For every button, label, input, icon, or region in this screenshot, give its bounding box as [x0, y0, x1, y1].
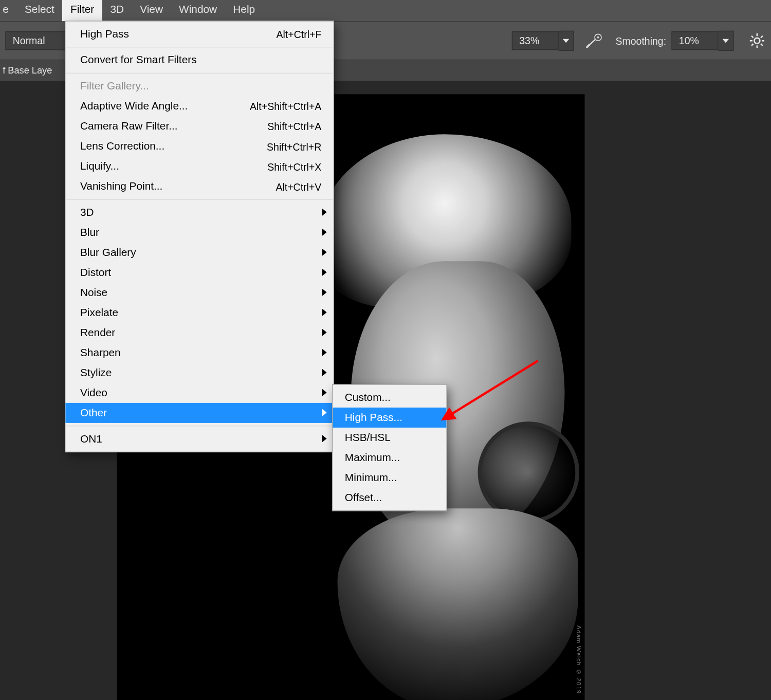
other-maximum[interactable]: Maximum...	[333, 448, 446, 468]
menu-bar: e Select Filter 3D View Window Help	[0, 0, 771, 22]
menu-separator	[66, 73, 333, 73]
menu-label: Noise	[80, 287, 321, 299]
filter-lens-correction[interactable]: Lens Correction... Shift+Ctrl+R	[65, 136, 333, 156]
filter-distort-submenu[interactable]: Distort	[65, 263, 333, 283]
smoothing-label: Smoothing:	[615, 35, 666, 46]
chevron-right-icon	[322, 367, 327, 379]
menu-label: Sharpen	[80, 347, 321, 359]
other-custom[interactable]: Custom...	[333, 388, 446, 408]
chevron-right-icon	[322, 227, 327, 238]
svg-rect-9	[751, 43, 754, 46]
filter-blur-gallery-submenu[interactable]: Blur Gallery	[65, 243, 333, 263]
filter-gallery: Filter Gallery...	[65, 76, 333, 96]
menu-label: Convert for Smart Filters	[80, 54, 321, 66]
menu-shortcut: Shift+Ctrl+X	[267, 161, 321, 172]
menu-shortcut: Alt+Ctrl+F	[277, 28, 322, 40]
filter-other-flyout: Custom... High Pass... HSB/HSL Maximum..…	[332, 384, 447, 511]
menu-label: Video	[80, 387, 321, 399]
menu-label: Vanishing Point...	[80, 180, 276, 192]
menu-label: Camera Raw Filter...	[80, 120, 267, 132]
filter-menu-dropdown: High Pass Alt+Ctrl+F Convert for Smart F…	[65, 21, 334, 452]
svg-rect-4	[757, 45, 758, 48]
svg-rect-10	[760, 35, 763, 39]
filter-stylize-submenu[interactable]: Stylize	[65, 363, 333, 383]
svg-rect-5	[750, 40, 752, 42]
filter-pixelate-submenu[interactable]: Pixelate	[65, 303, 333, 323]
chevron-right-icon	[322, 433, 327, 445]
filter-sharpen-submenu[interactable]: Sharpen	[65, 343, 333, 363]
menu-label: High Pass	[80, 28, 277, 40]
menu-item-window[interactable]: Window	[171, 0, 225, 22]
tablet-pressure-icon[interactable]	[586, 33, 603, 48]
document-tab-fragment[interactable]: f Base Laye	[3, 65, 52, 76]
chevron-right-icon	[322, 307, 327, 319]
menu-label: Liquify...	[80, 160, 267, 172]
menu-label: Adaptive Wide Angle...	[80, 100, 250, 112]
menu-item-filter[interactable]: Filter	[62, 0, 102, 22]
other-high-pass[interactable]: High Pass...	[333, 408, 446, 428]
menu-label: Stylize	[80, 367, 321, 379]
portrait-spectacle	[478, 421, 579, 523]
menu-label: Pixelate	[80, 307, 321, 319]
chevron-right-icon	[322, 387, 327, 399]
menu-item-view[interactable]: View	[132, 0, 171, 22]
filter-3d-submenu[interactable]: 3D	[65, 202, 333, 223]
menu-label: 3D	[80, 207, 321, 218]
chevron-down-icon	[563, 39, 570, 43]
svg-rect-7	[751, 35, 754, 39]
filter-adaptive-wide-angle[interactable]: Adaptive Wide Angle... Alt+Shift+Ctrl+A	[65, 96, 333, 116]
filter-camera-raw[interactable]: Camera Raw Filter... Shift+Ctrl+A	[65, 116, 333, 136]
chevron-right-icon	[322, 247, 327, 259]
chevron-right-icon	[322, 347, 327, 359]
chevron-right-icon	[322, 407, 327, 419]
menu-item-select[interactable]: Select	[16, 0, 62, 22]
filter-on1-submenu[interactable]: ON1	[65, 429, 333, 449]
menu-label: Distort	[80, 267, 321, 279]
filter-recent-item[interactable]: High Pass Alt+Ctrl+F	[65, 24, 333, 44]
svg-rect-6	[762, 40, 764, 42]
filter-noise-submenu[interactable]: Noise	[65, 283, 333, 303]
filter-blur-submenu[interactable]: Blur	[65, 223, 333, 243]
chevron-right-icon	[322, 287, 327, 299]
zoom-dropdown[interactable]	[559, 31, 574, 51]
filter-video-submenu[interactable]: Video	[65, 383, 333, 403]
menu-shortcut: Alt+Ctrl+V	[276, 181, 321, 192]
menu-item-3d[interactable]: 3D	[102, 0, 132, 22]
zoom-value[interactable]: 33%	[512, 31, 559, 50]
other-offset[interactable]: Offset...	[333, 488, 446, 508]
svg-rect-3	[757, 33, 758, 36]
chevron-right-icon	[322, 267, 327, 279]
filter-vanishing-point[interactable]: Vanishing Point... Alt+Ctrl+V	[65, 176, 333, 196]
smoothing-field[interactable]: Smoothing: 10%	[615, 31, 733, 51]
menu-separator	[66, 426, 333, 426]
zoom-field[interactable]: 33%	[512, 31, 574, 51]
menu-item-fragment[interactable]: e	[0, 0, 16, 22]
menu-item-help[interactable]: Help	[225, 0, 263, 22]
other-minimum[interactable]: Minimum...	[333, 468, 446, 488]
menu-label: Blur Gallery	[80, 247, 321, 259]
svg-rect-8	[760, 43, 763, 46]
chevron-down-icon	[722, 39, 729, 43]
menu-label: Blur	[80, 227, 321, 238]
smoothing-value[interactable]: 10%	[672, 31, 719, 50]
smoothing-dropdown[interactable]	[719, 31, 734, 51]
filter-convert-smart[interactable]: Convert for Smart Filters	[65, 50, 333, 70]
other-hsb-hsl[interactable]: HSB/HSL	[333, 428, 446, 448]
menu-label: Render	[80, 327, 321, 339]
blend-mode-value[interactable]: Normal	[5, 31, 65, 50]
menu-separator	[66, 47, 333, 47]
menu-shortcut: Alt+Shift+Ctrl+A	[250, 101, 321, 112]
menu-separator	[66, 199, 333, 199]
filter-other-submenu[interactable]: Other	[65, 403, 333, 423]
menu-label: Lens Correction...	[80, 140, 267, 152]
filter-liquify[interactable]: Liquify... Shift+Ctrl+X	[65, 156, 333, 176]
svg-point-1	[597, 36, 599, 39]
menu-label: Filter Gallery...	[80, 80, 321, 92]
image-watermark: Adam Welch © 2019	[575, 625, 582, 694]
gear-icon[interactable]	[750, 33, 765, 48]
chevron-right-icon	[322, 327, 327, 339]
filter-render-submenu[interactable]: Render	[65, 323, 333, 343]
menu-label: Other	[80, 407, 321, 419]
portrait-beard	[338, 508, 578, 700]
menu-label: ON1	[80, 433, 321, 445]
